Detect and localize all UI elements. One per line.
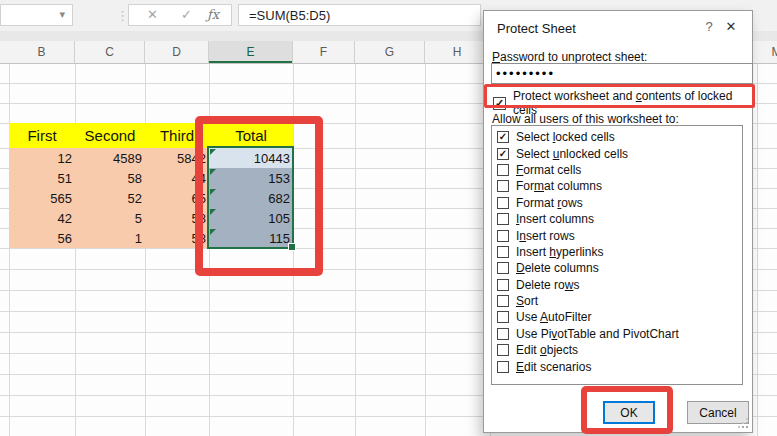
- checkbox[interactable]: [497, 213, 509, 225]
- fill-handle[interactable]: [288, 243, 296, 251]
- protect-sheet-dialog: Protect Sheet ? ✕ Password to unprotect …: [483, 10, 753, 433]
- dialog-title: Protect Sheet: [497, 21, 576, 36]
- cell-value: 58: [192, 231, 206, 246]
- option-label: Edit objects: [516, 343, 578, 357]
- cell-C8[interactable]: 5: [75, 208, 145, 228]
- cell-D8[interactable]: 58: [145, 208, 209, 228]
- cell-C6[interactable]: 58: [75, 168, 145, 188]
- excel-window: ▾ ⋮ ✕ ✓ ƒx =SUM(B5:D5) BCDEFGHM FirstSec…: [0, 0, 777, 436]
- resize-grip[interactable]: [738, 418, 748, 428]
- close-icon[interactable]: ✕: [723, 19, 739, 35]
- cell-D4[interactable]: Third: [145, 123, 209, 148]
- allow-option-sort[interactable]: Sort: [492, 293, 742, 309]
- cell-value: Second: [85, 127, 136, 144]
- checkbox[interactable]: [497, 328, 509, 340]
- cell-value: First: [27, 127, 56, 144]
- password-label: Password to unprotect sheet:: [492, 50, 647, 64]
- cell-E4[interactable]: Total: [209, 123, 293, 148]
- cell-value: 12: [58, 151, 72, 166]
- checkbox[interactable]: [497, 230, 509, 242]
- option-label: Format columns: [516, 179, 602, 193]
- cell-value: 65: [192, 191, 206, 206]
- option-label: Delete columns: [516, 261, 599, 275]
- option-label: Insert columns: [516, 212, 594, 226]
- allow-option-format-cells[interactable]: Format cells: [492, 162, 742, 178]
- checkbox[interactable]: [497, 279, 509, 291]
- cell-value: 58: [192, 211, 206, 226]
- allow-option-select-locked-cells[interactable]: ✓Select locked cells: [492, 129, 742, 145]
- cell-value: 565: [50, 191, 72, 206]
- cell-D5[interactable]: 5842: [145, 148, 209, 168]
- help-icon[interactable]: ?: [701, 19, 717, 35]
- checkbox[interactable]: [497, 262, 509, 274]
- checkbox[interactable]: [497, 311, 509, 323]
- cell-B7[interactable]: 565: [9, 188, 75, 208]
- allow-option-delete-rows[interactable]: Delete rows: [492, 277, 742, 293]
- cell-B9[interactable]: 56: [9, 228, 75, 248]
- cell-B8[interactable]: 42: [9, 208, 75, 228]
- cell-C5[interactable]: 4589: [75, 148, 145, 168]
- allow-option-insert-hyperlinks[interactable]: Insert hyperlinks: [492, 244, 742, 260]
- option-label: Use PivotTable and PivotChart: [516, 327, 679, 341]
- cell-C9[interactable]: 1: [75, 228, 145, 248]
- allow-option-select-unlocked-cells[interactable]: ✓Select unlocked cells: [492, 145, 742, 161]
- cell-value: 5842: [177, 151, 206, 166]
- cell-value: 42: [58, 211, 72, 226]
- cell-B6[interactable]: 51: [9, 168, 75, 188]
- cell-value: 44: [192, 171, 206, 186]
- option-label: Format rows: [516, 196, 583, 210]
- cell-value: 56: [58, 231, 72, 246]
- allow-option-edit-objects[interactable]: Edit objects: [492, 342, 742, 358]
- password-input[interactable]: [491, 63, 753, 84]
- checkbox[interactable]: [497, 246, 509, 258]
- cell-value: 58: [128, 171, 142, 186]
- allow-users-label: Allow all users of this worksheet to:: [492, 112, 679, 126]
- option-label: Edit scenarios: [516, 360, 591, 374]
- allow-option-use-autofilter[interactable]: Use AutoFilter: [492, 309, 742, 325]
- cell-value: 51: [58, 171, 72, 186]
- cell-D7[interactable]: 65: [145, 188, 209, 208]
- cell-D6[interactable]: 44: [145, 168, 209, 188]
- cell-B5[interactable]: 12: [9, 148, 75, 168]
- cell-D9[interactable]: 58: [145, 228, 209, 248]
- cell-value: 1: [135, 231, 142, 246]
- allow-option-edit-scenarios[interactable]: Edit scenarios: [492, 358, 742, 374]
- option-label: Use AutoFilter: [516, 310, 591, 324]
- checkbox[interactable]: [497, 344, 509, 356]
- option-label: Select locked cells: [516, 130, 615, 144]
- option-label: Format cells: [516, 163, 581, 177]
- checkbox[interactable]: [497, 197, 509, 209]
- allow-options-list: ✓Select locked cells✓Select unlocked cel…: [491, 125, 743, 385]
- option-label: Sort: [516, 294, 538, 308]
- option-label: Delete rows: [516, 278, 579, 292]
- cell-value: 52: [128, 191, 142, 206]
- cell-value: Third: [160, 127, 194, 144]
- checkbox[interactable]: ✓: [497, 131, 509, 143]
- option-label: Select unlocked cells: [516, 147, 628, 161]
- checkbox[interactable]: ✓: [493, 97, 506, 110]
- ok-button[interactable]: OK: [603, 401, 655, 424]
- allow-option-format-columns[interactable]: Format columns: [492, 178, 742, 194]
- selection-border: [207, 146, 294, 249]
- allow-option-insert-rows[interactable]: Insert rows: [492, 227, 742, 243]
- cell-B4[interactable]: First: [9, 123, 75, 148]
- option-label: Insert hyperlinks: [516, 245, 603, 259]
- checkbox[interactable]: [497, 361, 509, 373]
- checkbox[interactable]: [497, 180, 509, 192]
- checkbox[interactable]: ✓: [497, 148, 509, 160]
- cell-value: 5: [135, 211, 142, 226]
- cell-C4[interactable]: Second: [75, 123, 145, 148]
- allow-option-use-pivottable-and-pivotchart[interactable]: Use PivotTable and PivotChart: [492, 326, 742, 342]
- checkbox[interactable]: [497, 295, 509, 307]
- allow-option-format-rows[interactable]: Format rows: [492, 195, 742, 211]
- cell-value: Total: [235, 127, 267, 144]
- cell-value: 4589: [113, 151, 142, 166]
- checkbox[interactable]: [497, 164, 509, 176]
- allow-option-insert-columns[interactable]: Insert columns: [492, 211, 742, 227]
- cell-C7[interactable]: 52: [75, 188, 145, 208]
- allow-option-delete-columns[interactable]: Delete columns: [492, 260, 742, 276]
- option-label: Insert rows: [516, 229, 575, 243]
